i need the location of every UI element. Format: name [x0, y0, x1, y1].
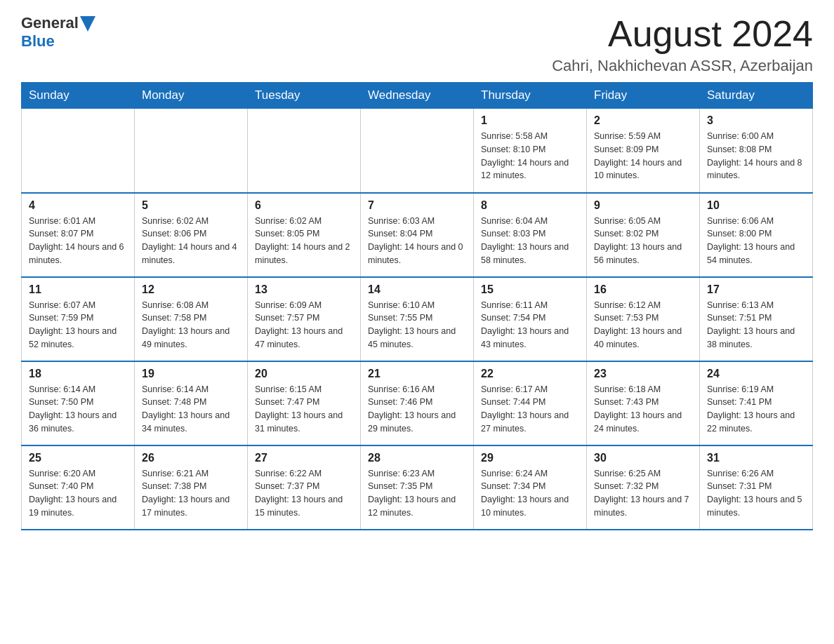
day-info-line: Sunset: 7:47 PM — [255, 396, 353, 409]
day-info-line: Sunset: 7:51 PM — [707, 311, 805, 325]
day-info-line: Daylight: 13 hours and 24 minutes. — [594, 409, 692, 436]
day-info-line: Sunset: 7:57 PM — [255, 311, 353, 325]
calendar-cell: 4Sunrise: 6:01 AMSunset: 8:07 PMDaylight… — [22, 193, 135, 277]
day-info-line: Sunrise: 6:12 AM — [594, 299, 692, 312]
logo-general: General — [21, 14, 79, 32]
day-info-line: Sunrise: 6:05 AM — [594, 215, 692, 228]
day-info-line: Sunset: 7:54 PM — [481, 311, 579, 325]
day-info-line: Sunset: 7:59 PM — [29, 311, 127, 325]
day-info-line: Daylight: 13 hours and 40 minutes. — [594, 325, 692, 351]
day-info-line: Sunset: 7:38 PM — [142, 480, 240, 493]
day-info-line: Sunset: 7:58 PM — [142, 311, 240, 325]
day-info-line: Sunrise: 6:00 AM — [707, 130, 805, 143]
calendar-cell: 16Sunrise: 6:12 AMSunset: 7:53 PMDayligh… — [587, 277, 700, 361]
day-number: 11 — [29, 283, 127, 296]
calendar-week-row: 11Sunrise: 6:07 AMSunset: 7:59 PMDayligh… — [22, 277, 813, 361]
calendar-cell: 19Sunrise: 6:14 AMSunset: 7:48 PMDayligh… — [135, 361, 248, 445]
day-info-line: Daylight: 14 hours and 0 minutes. — [368, 241, 466, 267]
day-info-line: Sunset: 7:43 PM — [594, 396, 692, 409]
day-info-line: Sunrise: 6:02 AM — [255, 215, 353, 228]
day-number: 8 — [481, 199, 579, 212]
day-number: 20 — [255, 368, 353, 380]
day-info-line: Sunrise: 6:14 AM — [29, 383, 127, 396]
day-info-line: Daylight: 13 hours and 12 minutes. — [368, 493, 466, 520]
day-number: 23 — [594, 368, 692, 380]
calendar-cell: 26Sunrise: 6:21 AMSunset: 7:38 PMDayligh… — [135, 445, 248, 530]
calendar-cell: 28Sunrise: 6:23 AMSunset: 7:35 PMDayligh… — [361, 445, 474, 530]
day-info-line: Daylight: 13 hours and 31 minutes. — [255, 409, 353, 436]
location-title: Cahri, Nakhichevan ASSR, Azerbaijan — [552, 57, 813, 75]
day-info-line: Daylight: 13 hours and 49 minutes. — [142, 325, 240, 351]
day-number: 7 — [368, 199, 466, 212]
day-info-line: Sunset: 7:50 PM — [29, 396, 127, 409]
day-info-line: Sunset: 7:37 PM — [255, 480, 353, 493]
day-info-line: Daylight: 14 hours and 6 minutes. — [29, 241, 127, 267]
day-info-line: Sunrise: 6:20 AM — [29, 467, 127, 481]
day-number: 2 — [594, 114, 692, 127]
calendar-cell — [135, 109, 248, 193]
calendar-cell: 11Sunrise: 6:07 AMSunset: 7:59 PMDayligh… — [22, 277, 135, 361]
day-info-line: Sunrise: 6:08 AM — [142, 299, 240, 312]
day-number: 9 — [594, 199, 692, 212]
day-info-line: Sunset: 8:06 PM — [142, 227, 240, 241]
day-number: 18 — [29, 368, 127, 380]
calendar-cell: 14Sunrise: 6:10 AMSunset: 7:55 PMDayligh… — [361, 277, 474, 361]
day-info-line: Daylight: 13 hours and 47 minutes. — [255, 325, 353, 351]
day-info-line: Sunrise: 6:06 AM — [707, 215, 805, 228]
day-info-line: Daylight: 13 hours and 36 minutes. — [29, 409, 127, 436]
day-info-line: Sunset: 7:44 PM — [481, 396, 579, 409]
day-info-line: Daylight: 13 hours and 58 minutes. — [481, 241, 579, 267]
calendar-table: Sunday Monday Tuesday Wednesday Thursday… — [21, 82, 813, 530]
col-sunday: Sunday — [22, 83, 135, 109]
day-number: 27 — [255, 452, 353, 464]
day-info-line: Daylight: 13 hours and 15 minutes. — [255, 493, 353, 520]
col-saturday: Saturday — [700, 83, 813, 109]
day-number: 15 — [481, 283, 579, 296]
day-number: 17 — [707, 283, 805, 296]
day-info-line: Sunset: 8:10 PM — [481, 143, 579, 156]
page-header: General Blue August 2024 Cahri, Nakhiche… — [21, 14, 813, 75]
calendar-cell: 21Sunrise: 6:16 AMSunset: 7:46 PMDayligh… — [361, 361, 474, 445]
calendar-cell: 8Sunrise: 6:04 AMSunset: 8:03 PMDaylight… — [474, 193, 587, 277]
day-info-line: Sunrise: 6:21 AM — [142, 467, 240, 481]
calendar-cell: 12Sunrise: 6:08 AMSunset: 7:58 PMDayligh… — [135, 277, 248, 361]
day-info-line: Sunset: 8:04 PM — [368, 227, 466, 241]
day-info-line: Sunrise: 5:59 AM — [594, 130, 692, 143]
day-info-line: Sunrise: 5:58 AM — [481, 130, 579, 143]
calendar-cell: 13Sunrise: 6:09 AMSunset: 7:57 PMDayligh… — [248, 277, 361, 361]
calendar-week-row: 18Sunrise: 6:14 AMSunset: 7:50 PMDayligh… — [22, 361, 813, 445]
calendar-cell — [248, 109, 361, 193]
month-title: August 2024 — [552, 14, 813, 54]
day-info-line: Sunrise: 6:13 AM — [707, 299, 805, 312]
day-info-line: Sunrise: 6:25 AM — [594, 467, 692, 481]
calendar-week-row: 1Sunrise: 5:58 AMSunset: 8:10 PMDaylight… — [22, 109, 813, 193]
calendar-cell: 27Sunrise: 6:22 AMSunset: 7:37 PMDayligh… — [248, 445, 361, 530]
day-info-line: Daylight: 13 hours and 43 minutes. — [481, 325, 579, 351]
day-info-line: Sunset: 7:32 PM — [594, 480, 692, 493]
day-info-line: Sunset: 7:53 PM — [594, 311, 692, 325]
calendar-cell: 29Sunrise: 6:24 AMSunset: 7:34 PMDayligh… — [474, 445, 587, 530]
day-info-line: Sunrise: 6:16 AM — [368, 383, 466, 396]
col-friday: Friday — [587, 83, 700, 109]
day-info-line: Sunset: 7:41 PM — [707, 396, 805, 409]
day-info-line: Daylight: 13 hours and 34 minutes. — [142, 409, 240, 436]
col-wednesday: Wednesday — [361, 83, 474, 109]
calendar-cell: 15Sunrise: 6:11 AMSunset: 7:54 PMDayligh… — [474, 277, 587, 361]
day-info-line: Sunset: 8:03 PM — [481, 227, 579, 241]
day-info-line: Daylight: 13 hours and 56 minutes. — [594, 241, 692, 267]
calendar-header: Sunday Monday Tuesday Wednesday Thursday… — [22, 83, 813, 109]
calendar-cell: 17Sunrise: 6:13 AMSunset: 7:51 PMDayligh… — [700, 277, 813, 361]
day-info-line: Sunrise: 6:09 AM — [255, 299, 353, 312]
day-info-line: Sunset: 8:09 PM — [594, 143, 692, 156]
calendar-cell: 7Sunrise: 6:03 AMSunset: 8:04 PMDaylight… — [361, 193, 474, 277]
day-info-line: Daylight: 13 hours and 7 minutes. — [594, 493, 692, 520]
calendar-cell: 1Sunrise: 5:58 AMSunset: 8:10 PMDaylight… — [474, 109, 587, 193]
day-info-line: Sunset: 7:46 PM — [368, 396, 466, 409]
calendar-cell: 18Sunrise: 6:14 AMSunset: 7:50 PMDayligh… — [22, 361, 135, 445]
day-number: 26 — [142, 452, 240, 464]
day-info-line: Sunset: 7:55 PM — [368, 311, 466, 325]
day-info-line: Sunrise: 6:01 AM — [29, 215, 127, 228]
day-info-line: Sunset: 7:48 PM — [142, 396, 240, 409]
day-info-line: Daylight: 13 hours and 19 minutes. — [29, 493, 127, 520]
day-info-line: Daylight: 13 hours and 5 minutes. — [707, 493, 805, 520]
